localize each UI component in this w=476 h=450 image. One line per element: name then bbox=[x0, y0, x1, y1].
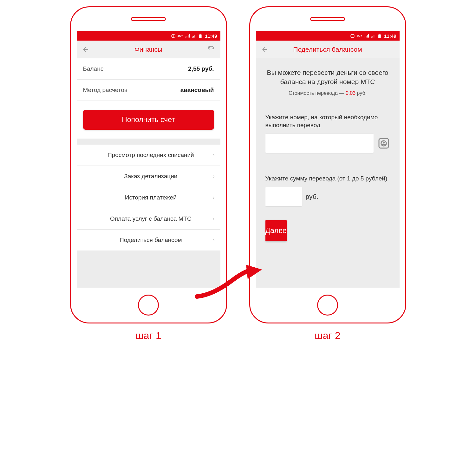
step2-caption: шаг 2 bbox=[315, 330, 341, 342]
home-button[interactable] bbox=[317, 295, 338, 316]
list-item-pay-from-balance[interactable]: Оплата услуг c баланса МТС › bbox=[77, 208, 220, 230]
step1-caption: шаг 1 bbox=[135, 330, 161, 342]
list-item-label: Просмотр последних списаний bbox=[82, 152, 213, 159]
page-title: Поделиться балансом bbox=[269, 46, 387, 53]
transfer-info: Вы можете перевести деньги со своего бал… bbox=[256, 58, 400, 99]
network-4g-icon: 4G+ bbox=[178, 34, 183, 37]
phone-frame-step2: 4G+ 11:49 Поделиться балансом Вы можете … bbox=[249, 6, 406, 323]
list-item-label: Заказ детализации bbox=[82, 173, 213, 180]
svg-rect-4 bbox=[378, 34, 381, 38]
method-row: Метод расчетов авансовый bbox=[77, 80, 220, 101]
amount-unit: руб. bbox=[306, 193, 318, 200]
topup-block: Пополнить счет bbox=[77, 101, 220, 139]
phone-speaker bbox=[131, 17, 166, 21]
number-label: Укажите номер, на который необходимо вып… bbox=[265, 113, 390, 129]
list-item-label: Поделиться балансом bbox=[82, 237, 213, 244]
status-bar: 4G+ 11:49 bbox=[256, 31, 400, 41]
list-item-order-details[interactable]: Заказ детализации › bbox=[77, 166, 220, 187]
cost-value: 0.03 bbox=[346, 90, 355, 96]
method-value: авансовый bbox=[180, 87, 214, 94]
amount-label: Укажите сумму перевода (от 1 до 5 рублей… bbox=[265, 174, 390, 183]
chevron-right-icon: › bbox=[213, 173, 214, 179]
back-arrow-icon[interactable] bbox=[82, 46, 89, 53]
battery-icon bbox=[377, 34, 382, 38]
screen-step1: 4G+ 11:49 Финансы Баланс 2,55 руб. bbox=[77, 31, 220, 288]
signal-icon bbox=[185, 34, 190, 38]
svg-rect-1 bbox=[199, 34, 202, 38]
next-button[interactable]: Далее › bbox=[265, 220, 287, 241]
network-4g-icon: 4G+ bbox=[357, 34, 362, 37]
list-item-label: Оплата услуг c баланса МТС bbox=[82, 215, 213, 222]
back-arrow-icon[interactable] bbox=[261, 46, 269, 53]
method-label: Метод расчетов bbox=[83, 87, 127, 94]
list-item-recent-charges[interactable]: Просмотр последних списаний › bbox=[77, 145, 220, 166]
cost-prefix: Стоимость перевода — bbox=[289, 90, 346, 96]
chevron-right-icon: › bbox=[213, 237, 214, 243]
amount-field-block: Укажите сумму перевода (от 1 до 5 рублей… bbox=[256, 170, 400, 211]
number-field-block: Укажите номер, на который необходимо вып… bbox=[256, 109, 400, 157]
chevron-right-icon: › bbox=[213, 216, 214, 222]
balance-label: Баланс bbox=[83, 65, 104, 72]
signal-icon bbox=[364, 34, 369, 38]
globe-icon bbox=[171, 34, 176, 38]
app-bar: Поделиться балансом bbox=[256, 41, 400, 58]
list-item-share-balance[interactable]: Поделиться балансом › bbox=[77, 230, 220, 251]
chevron-right-icon: › bbox=[278, 227, 280, 234]
signal-r-icon bbox=[192, 34, 196, 38]
svg-point-8 bbox=[383, 142, 385, 144]
status-time: 11:49 bbox=[205, 33, 217, 39]
content-area: Вы можете перевести деньги со своего бал… bbox=[256, 58, 400, 288]
chevron-right-icon: › bbox=[213, 195, 214, 200]
home-button[interactable] bbox=[138, 295, 159, 316]
phone-number-input[interactable] bbox=[265, 134, 374, 153]
info-text: Вы можете перевести деньги со своего бал… bbox=[265, 68, 390, 87]
cost-text: Стоимость перевода — 0.03 руб. bbox=[265, 90, 390, 96]
svg-rect-2 bbox=[200, 34, 201, 34]
phone-frame-step1: 4G+ 11:49 Финансы Баланс 2,55 руб. bbox=[70, 6, 227, 323]
globe-icon bbox=[350, 34, 355, 38]
next-button-label: Далее bbox=[265, 226, 287, 235]
page-title: Финансы bbox=[89, 46, 208, 53]
app-bar: Финансы bbox=[77, 41, 220, 58]
screen-step2: 4G+ 11:49 Поделиться балансом Вы можете … bbox=[256, 31, 400, 288]
balance-row: Баланс 2,55 руб. bbox=[77, 58, 220, 80]
battery-icon bbox=[198, 34, 203, 38]
chevron-right-icon: › bbox=[213, 152, 214, 158]
list-item-payment-history[interactable]: История платежей › bbox=[77, 187, 220, 208]
status-time: 11:49 bbox=[384, 33, 396, 39]
content-area: Баланс 2,55 руб. Метод расчетов авансовы… bbox=[77, 58, 220, 288]
topup-button[interactable]: Пополнить счет bbox=[83, 110, 214, 130]
list-item-label: История платежей bbox=[82, 194, 213, 201]
cost-suffix: руб. bbox=[355, 90, 367, 96]
amount-input[interactable] bbox=[265, 187, 302, 206]
contacts-icon[interactable] bbox=[377, 137, 390, 150]
balance-value: 2,55 руб. bbox=[188, 65, 214, 72]
refresh-icon[interactable] bbox=[208, 46, 215, 53]
phone-speaker bbox=[310, 17, 345, 21]
svg-rect-5 bbox=[379, 34, 380, 34]
status-bar: 4G+ 11:49 bbox=[77, 31, 220, 41]
signal-r-icon bbox=[371, 34, 375, 38]
